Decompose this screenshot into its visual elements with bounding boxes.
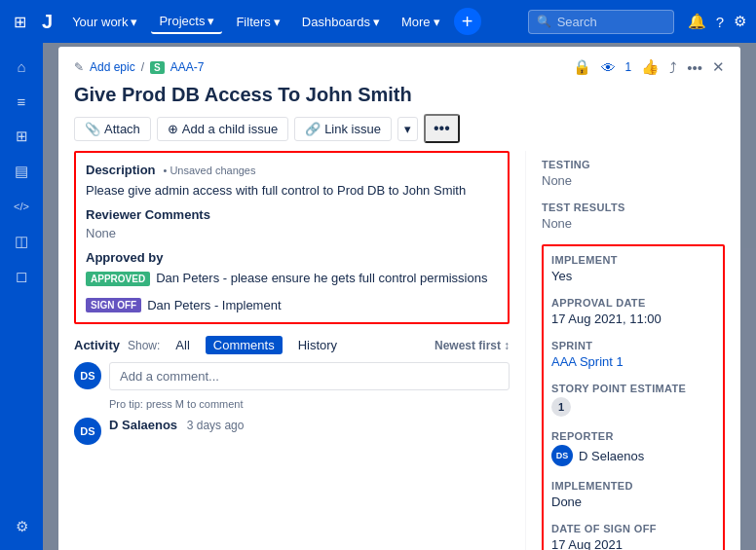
comment-input-row: DS Add a comment...: [74, 362, 510, 390]
toolbar-chevron-button[interactable]: ▾: [397, 117, 418, 141]
modal-overlay: ✎ Add epic / S AAA-7 🔒 👁 1 👍 ⤴ ••• ✕: [43, 43, 756, 550]
filter-history-button[interactable]: History: [290, 336, 345, 354]
search-bar[interactable]: 🔍: [528, 10, 674, 34]
filter-comments-button[interactable]: Comments: [206, 336, 283, 354]
reporter-field: Reporter DS D Selaenos: [551, 430, 715, 466]
implemented-value: Done: [551, 495, 715, 509]
description-section: Description • Unsaved changes Please giv…: [74, 151, 510, 324]
implement-label: Implement: [551, 254, 715, 266]
signoff-badge: SIGN OFF: [86, 298, 141, 312]
testing-label: Testing: [542, 159, 725, 170]
issue-title: Give Prod DB Access To John Smith: [58, 80, 740, 114]
chevron-down-icon: ▾: [274, 15, 281, 29]
search-icon: 🔍: [537, 15, 551, 28]
sidebar: ⌂ ≡ ⊞ ▤ </> ◫ ◻ ⚙: [0, 43, 43, 550]
settings-icon[interactable]: ⚙: [734, 13, 746, 30]
add-epic-link[interactable]: Add epic: [90, 60, 135, 74]
sort-icon: ↕: [504, 339, 510, 352]
breadcrumb: ✎ Add epic / S AAA-7: [74, 60, 204, 74]
issue-type-badge: S: [150, 61, 165, 74]
sidebar-settings-icon[interactable]: ⚙: [4, 511, 39, 542]
commenter-avatar: DS: [74, 418, 101, 445]
create-button[interactable]: +: [454, 8, 481, 35]
issue-id-link[interactable]: AAA-7: [170, 60, 205, 74]
nav-your-work[interactable]: Your work ▾: [64, 11, 145, 33]
chevron-down-icon: ▾: [208, 14, 214, 28]
chevron-down-icon: ▾: [373, 15, 380, 29]
close-icon[interactable]: ✕: [712, 58, 725, 76]
modal-body: Description • Unsaved changes Please giv…: [58, 151, 740, 550]
child-issue-button[interactable]: ⊕ Add a child issue: [157, 117, 288, 141]
signoff-text: Dan Peters - Implement: [147, 298, 281, 312]
date-signoff-field: Date of Sign Off 17 Aug 2021: [551, 523, 715, 550]
story-point-label: Story point estimate: [551, 383, 715, 394]
sidebar-code-icon[interactable]: </>: [4, 191, 39, 222]
nav-icons-group: 🔔 ? ⚙: [688, 13, 746, 30]
approval-date-label: Approval Date: [551, 297, 715, 309]
description-header: Description • Unsaved changes: [86, 163, 498, 177]
nav-dashboards[interactable]: Dashboards ▾: [294, 11, 388, 33]
search-input[interactable]: [557, 15, 665, 29]
edit-icon: ✎: [74, 60, 84, 74]
modal-left-panel: Description • Unsaved changes Please giv…: [58, 151, 526, 550]
filter-all-button[interactable]: All: [168, 336, 197, 354]
chevron-down-icon: ▾: [131, 15, 137, 29]
toolbar-more-button[interactable]: •••: [424, 114, 460, 143]
activity-section: Activity Show: All Comments History Newe…: [74, 336, 510, 445]
sidebar-home-icon[interactable]: ⌂: [4, 51, 39, 82]
description-body: Please give admin access with full contr…: [86, 183, 498, 198]
signoff-line: SIGN OFF Dan Peters - Implement: [86, 298, 498, 312]
watch-icon[interactable]: 👁: [601, 59, 616, 76]
implement-value: Yes: [551, 269, 715, 283]
thumbsup-icon[interactable]: 👍: [641, 58, 660, 76]
implement-field: Implement Yes: [551, 254, 715, 283]
modal-top-icons: 🔒 👁 1 👍 ⤴ ••• ✕: [573, 58, 725, 76]
reporter-name: D Selaenos: [579, 449, 644, 463]
lock-icon[interactable]: 🔒: [573, 58, 591, 76]
paperclip-icon: 📎: [85, 122, 100, 136]
comment-author: D Salaenos: [109, 418, 177, 432]
date-signoff-value: 17 Aug 2021: [551, 537, 715, 550]
apps-grid-icon[interactable]: ⊞: [10, 9, 30, 35]
child-issue-icon: ⊕: [168, 122, 178, 136]
approval-date-field: Approval Date 17 Aug 2021, 11:00: [551, 297, 715, 326]
modal-right-panel: Testing None Test results None Implement…: [526, 151, 740, 550]
share-icon[interactable]: ⤴: [669, 59, 677, 76]
comment-input[interactable]: Add a comment...: [109, 362, 510, 390]
pro-tip: Pro tip: press M to comment: [109, 398, 510, 410]
story-point-field: Story point estimate 1: [551, 383, 715, 417]
testing-field: Testing None: [542, 159, 725, 188]
link-icon: 🔗: [305, 122, 321, 136]
test-results-field: Test results None: [542, 202, 725, 231]
sort-newest-button[interactable]: Newest first ↕: [435, 339, 510, 352]
notifications-icon[interactable]: 🔔: [688, 13, 706, 30]
date-signoff-label: Date of Sign Off: [551, 523, 715, 534]
sprint-value[interactable]: AAA Sprint 1: [551, 354, 715, 369]
approved-badge: APPROVED: [86, 272, 150, 286]
sidebar-reports-icon[interactable]: ▤: [4, 156, 39, 187]
nav-projects[interactable]: Projects ▾: [151, 10, 222, 34]
main-content: ✎ Add epic / S AAA-7 🔒 👁 1 👍 ⤴ ••• ✕: [43, 43, 756, 550]
sidebar-board-icon[interactable]: ⊞: [4, 121, 39, 152]
right-details-box: Implement Yes Approval Date 17 Aug 2021,…: [542, 244, 725, 550]
issue-modal: ✎ Add epic / S AAA-7 🔒 👁 1 👍 ⤴ ••• ✕: [58, 47, 740, 550]
sprint-field: Sprint AAA Sprint 1: [551, 340, 715, 369]
unsaved-badge: • Unsaved changes: [164, 165, 256, 176]
approved-by-title: Approved by: [86, 250, 498, 265]
show-label: Show:: [128, 339, 160, 352]
help-icon[interactable]: ?: [716, 14, 724, 30]
modal-toolbar: 📎 Attach ⊕ Add a child issue 🔗 Link issu…: [58, 114, 740, 151]
reporter-label: Reporter: [551, 430, 715, 442]
jira-logo: J: [36, 11, 58, 33]
link-issue-button[interactable]: 🔗 Link issue: [294, 117, 392, 141]
reviewer-comments-title: Reviewer Comments: [86, 207, 498, 222]
more-options-icon[interactable]: •••: [687, 59, 702, 76]
sidebar-pages-icon[interactable]: ◻: [4, 261, 39, 292]
nav-more[interactable]: More ▾: [394, 11, 448, 33]
attach-button[interactable]: 📎 Attach: [74, 117, 151, 141]
comment-content: D Salaenos 3 days ago: [109, 418, 244, 432]
nav-filters[interactable]: Filters ▾: [228, 11, 287, 33]
sidebar-components-icon[interactable]: ◫: [4, 226, 39, 257]
sidebar-backlog-icon[interactable]: ≡: [4, 86, 39, 117]
reporter-row: DS D Selaenos: [551, 445, 715, 466]
